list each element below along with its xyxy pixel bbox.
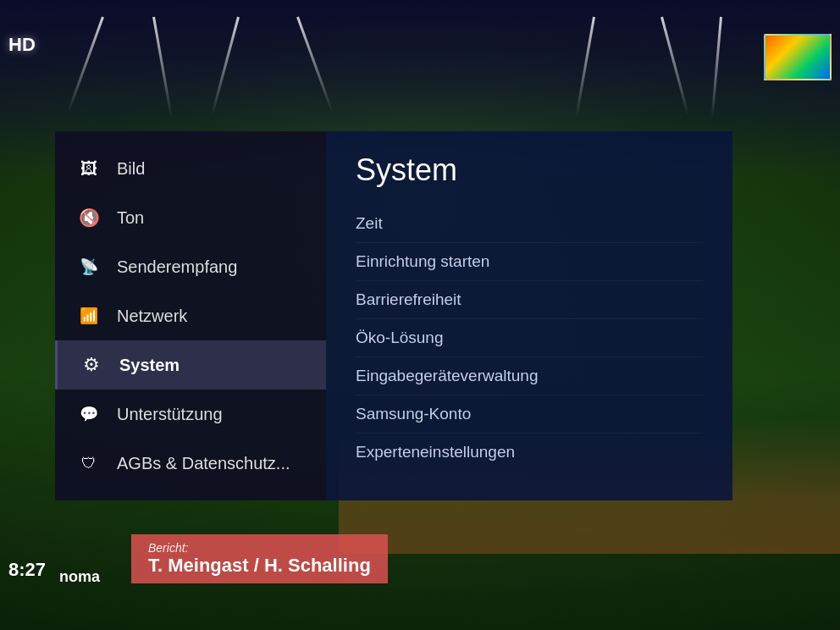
menu-item-samsung-konto[interactable]: Samsung-Konto [356, 395, 703, 434]
menu-item-oeko[interactable]: Öko-Lösung [356, 319, 703, 357]
senderempfang-icon [76, 254, 102, 279]
sidebar-label-senderempfang: Senderempfang [117, 257, 237, 277]
light-beam [211, 17, 240, 116]
sidebar-label-agbs: AGBs & Datenschutz... [117, 454, 290, 473]
menu-item-eingabe[interactable]: Eingabegeräteverwaltung [356, 357, 703, 395]
unterstuetzung-icon [76, 401, 102, 427]
light-beam [711, 17, 722, 119]
bild-icon [76, 156, 102, 181]
settings-sidebar: Bild Ton Senderempfang Netzwerk System U… [55, 131, 326, 500]
hd-badge: HD [8, 34, 36, 56]
sidebar-label-bild: Bild [117, 159, 145, 179]
menu-item-barrierefreiheit[interactable]: Barrierefreiheit [356, 281, 703, 319]
menu-item-zeit[interactable]: Zeit [356, 205, 703, 243]
light-beam [152, 17, 173, 118]
agbs-icon [76, 450, 102, 476]
sidebar-item-netzwerk[interactable]: Netzwerk [55, 291, 326, 340]
station-logo: noma [59, 568, 100, 586]
ton-icon [76, 205, 102, 230]
light-beam [67, 16, 104, 113]
content-title: System [356, 152, 703, 188]
tv-inset-thumbnail [764, 34, 832, 80]
sidebar-label-unterstuetzung: Unterstützung [117, 405, 223, 424]
ticker-label: Bericht: [148, 541, 371, 555]
ticker-value: T. Meingast / H. Schalling [148, 555, 371, 577]
sidebar-item-senderempfang[interactable]: Senderempfang [55, 242, 326, 291]
menu-item-experten[interactable]: Experteneinstellungen [356, 434, 703, 471]
light-beam [296, 16, 334, 113]
sidebar-item-unterstuetzung[interactable]: Unterstützung [55, 390, 326, 439]
light-beam [660, 17, 689, 116]
netzwerk-icon [76, 303, 102, 329]
sidebar-item-agbs[interactable]: AGBs & Datenschutz... [55, 439, 326, 488]
news-ticker: Bericht: T. Meingast / H. Schalling [131, 534, 388, 583]
content-panel: System Zeit Einrichtung starten Barriere… [326, 131, 732, 500]
light-beam [575, 17, 595, 118]
menu-item-einrichtung[interactable]: Einrichtung starten [356, 243, 703, 281]
time-display: 8:27 [8, 559, 46, 581]
settings-menu: Bild Ton Senderempfang Netzwerk System U… [55, 131, 732, 500]
sidebar-item-bild[interactable]: Bild [55, 144, 326, 193]
sidebar-item-ton[interactable]: Ton [55, 193, 326, 242]
sidebar-label-ton: Ton [117, 208, 144, 228]
sidebar-item-system[interactable]: System [55, 340, 326, 390]
sidebar-label-system: System [119, 356, 180, 375]
system-icon [79, 352, 104, 378]
sidebar-label-netzwerk: Netzwerk [117, 307, 187, 326]
